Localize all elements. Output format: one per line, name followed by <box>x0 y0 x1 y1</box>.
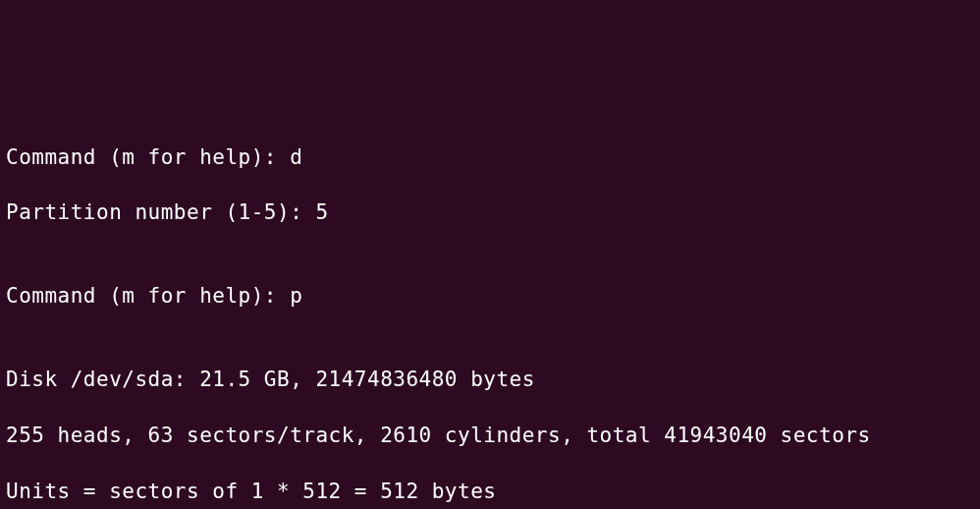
units-line: Units = sectors of 1 * 512 = 512 bytes <box>6 478 974 505</box>
disk-size-line: Disk /dev/sda: 21.5 GB, 21474836480 byte… <box>6 366 974 393</box>
partition-number-prompt: Partition number (1-5): 5 <box>6 198 974 226</box>
command-line-delete: Command (m for help): d <box>6 143 974 171</box>
terminal-window[interactable]: Command (m for help): d Partition number… <box>6 115 974 509</box>
command-line-print: Command (m for help): p <box>6 282 974 310</box>
geometry-line: 255 heads, 63 sectors/track, 2610 cylind… <box>6 422 974 449</box>
